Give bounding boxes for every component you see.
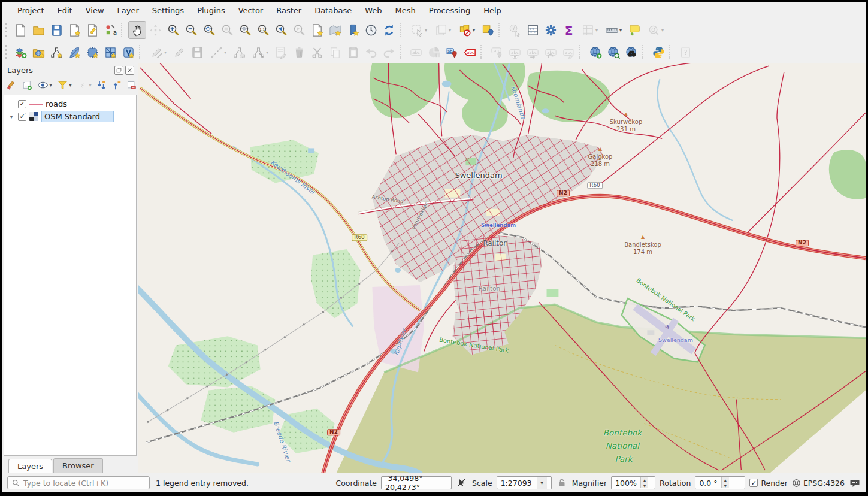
- menu-item[interactable]: Database: [308, 4, 358, 17]
- zoom-to-layer-button[interactable]: [236, 21, 254, 39]
- move-label-diagram-button[interactable]: [524, 43, 542, 61]
- filter-by-expression-button[interactable]: [74, 78, 94, 92]
- layer-row-roads[interactable]: ✓ roads: [4, 98, 136, 110]
- tab-browser[interactable]: Browser: [53, 458, 103, 473]
- menu-item[interactable]: Raster: [270, 4, 308, 17]
- temporal-controller-button[interactable]: [362, 21, 380, 39]
- undo-button[interactable]: [362, 43, 380, 61]
- style-manager-button[interactable]: [101, 21, 119, 39]
- new-spatial-bookmark-button[interactable]: [308, 21, 326, 39]
- render-checkbox-group[interactable]: ✓Render: [749, 479, 788, 488]
- crs-status-button[interactable]: EPSG:4326: [792, 479, 845, 488]
- layer-row-osm-standard[interactable]: ▾ ✓ OSM Standard: [4, 110, 136, 123]
- select-by-value-button[interactable]: [431, 21, 455, 39]
- zoom-native-button[interactable]: [254, 21, 272, 39]
- manage-map-themes-button[interactable]: [35, 78, 55, 92]
- menu-item[interactable]: Processing: [422, 4, 477, 17]
- identify-features-button[interactable]: [506, 21, 524, 39]
- search-layers-button[interactable]: [622, 43, 640, 61]
- new-virtual-layer-button[interactable]: [119, 43, 137, 61]
- current-edits-button[interactable]: [146, 43, 170, 61]
- menu-item[interactable]: Web: [358, 4, 388, 17]
- map-tips-button[interactable]: [625, 21, 643, 39]
- panel-float-button[interactable]: [114, 66, 123, 75]
- pin-labels-button[interactable]: [443, 43, 461, 61]
- menu-item[interactable]: Settings: [146, 4, 190, 17]
- add-group-button[interactable]: [20, 78, 35, 92]
- deselect-all-button[interactable]: [455, 21, 479, 39]
- zoom-to-selection-button[interactable]: [218, 21, 236, 39]
- help-button[interactable]: [676, 43, 694, 61]
- select-by-location-button[interactable]: [479, 21, 497, 39]
- tab-layers[interactable]: Layers: [8, 459, 52, 473]
- toggle-editing-button[interactable]: [170, 43, 188, 61]
- render-checkbox[interactable]: ✓: [749, 479, 758, 487]
- rotation-spinbox[interactable]: 0,0 °▲▼: [695, 476, 745, 489]
- magnifier-spinbox[interactable]: 100%▲▼: [611, 476, 655, 489]
- scale-dropdown-button[interactable]: ▾: [537, 477, 547, 489]
- toggle-extents-button[interactable]: [456, 476, 468, 489]
- zoom-last-button[interactable]: [272, 21, 290, 39]
- expand-all-button[interactable]: [94, 78, 109, 92]
- new-temporary-scratch-layer-button[interactable]: [65, 43, 83, 61]
- nominatim-geocoder-button[interactable]: [643, 21, 667, 39]
- save-project-button[interactable]: [47, 21, 65, 39]
- rotation-spin-buttons[interactable]: ▲▼: [721, 477, 730, 488]
- highlight-labels-button[interactable]: [461, 43, 479, 61]
- paste-features-button[interactable]: [344, 43, 362, 61]
- open-project-button[interactable]: [29, 21, 47, 39]
- new-print-layout-button[interactable]: [65, 21, 83, 39]
- open-attribute-table-button[interactable]: [577, 21, 601, 39]
- select-features-button[interactable]: [407, 21, 431, 39]
- metasearch-add-button[interactable]: [586, 43, 604, 61]
- new-project-button[interactable]: [11, 21, 29, 39]
- menu-item[interactable]: View: [79, 4, 111, 17]
- show-hide-labels-button[interactable]: [506, 43, 524, 61]
- zoom-in-button[interactable]: [164, 21, 182, 39]
- remove-layer-button[interactable]: [124, 78, 139, 92]
- open-layer-styling-button[interactable]: [5, 78, 20, 92]
- magnifier-spin-buttons[interactable]: ▲▼: [640, 477, 649, 488]
- vertex-tool-button[interactable]: [248, 43, 272, 61]
- pan-map-button[interactable]: [128, 21, 146, 39]
- show-bookmarks-button[interactable]: [344, 21, 362, 39]
- metasearch-button[interactable]: [604, 43, 622, 61]
- new-spatialite-layer-button[interactable]: [83, 43, 101, 61]
- lock-scale-button[interactable]: [556, 476, 568, 489]
- rotate-label-button[interactable]: [542, 43, 559, 61]
- filter-legend-button[interactable]: [55, 78, 74, 92]
- osm-layer-label[interactable]: OSM Standard: [44, 112, 100, 121]
- zoom-next-button[interactable]: [290, 21, 308, 39]
- modify-attributes-button[interactable]: [272, 43, 290, 61]
- add-feature-button[interactable]: [230, 43, 248, 61]
- expander-icon[interactable]: ▾: [8, 114, 15, 120]
- change-label-button[interactable]: [559, 43, 577, 61]
- roads-visibility-checkbox[interactable]: ✓: [18, 100, 26, 108]
- menu-item[interactable]: Plugins: [190, 4, 232, 17]
- scale-combo[interactable]: 1:27093▾: [497, 476, 552, 489]
- copy-features-button[interactable]: [326, 43, 344, 61]
- menu-item[interactable]: Vector: [232, 4, 270, 17]
- zoom-out-button[interactable]: [182, 21, 200, 39]
- python-console-button[interactable]: [649, 43, 667, 61]
- layer-diagram-button[interactable]: [425, 43, 443, 61]
- processing-toolbox-button[interactable]: [542, 21, 559, 39]
- osm-visibility-checkbox[interactable]: ✓: [18, 113, 26, 121]
- redo-button[interactable]: [380, 43, 398, 61]
- move-label-button[interactable]: [488, 43, 506, 61]
- show-layout-manager-button[interactable]: [83, 21, 101, 39]
- show-bookmark-manager-button[interactable]: [326, 21, 344, 39]
- data-source-manager-button[interactable]: [11, 43, 29, 61]
- menu-item[interactable]: Layer: [111, 4, 146, 17]
- menu-item[interactable]: Help: [477, 4, 508, 17]
- measure-button[interactable]: [601, 21, 625, 39]
- new-mesh-layer-button[interactable]: [101, 43, 119, 61]
- refresh-map-button[interactable]: [380, 21, 398, 39]
- messages-button[interactable]: [849, 476, 861, 489]
- statistical-summary-button[interactable]: [524, 21, 542, 39]
- map-canvas[interactable]: SwellendamRailtonRailtonSwellendamBonteb…: [138, 63, 866, 473]
- roads-layer-label[interactable]: roads: [46, 99, 67, 108]
- delete-selected-button[interactable]: [290, 43, 308, 61]
- coordinate-input[interactable]: -34,0498° 20,4273°: [381, 476, 452, 489]
- pan-to-selection-button[interactable]: [146, 21, 164, 39]
